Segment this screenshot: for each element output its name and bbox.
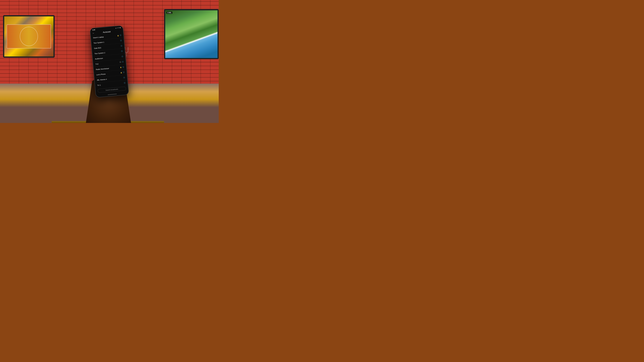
tv-right-screen: 2 AVL: [165, 10, 218, 58]
info-icon[interactable]: ⓘ: [122, 55, 123, 58]
info-icon[interactable]: ⓘ: [124, 82, 126, 84]
phone-screen: 6:20 ▲ ✦ ⬆ ▮ ← Auracast Dave's Laptop: [90, 26, 129, 97]
device-icons: 🔒 ⓘ: [120, 66, 124, 68]
device-icons: 🎧 ⓘ: [120, 61, 124, 63]
bluetooth-icon: ✦: [117, 27, 118, 29]
device-list: Dave's Laptop 🔒 ⓘ Tour System 1 ⓘ Gate B…: [91, 32, 128, 88]
device-icons: ⓘ: [121, 50, 123, 52]
info-icon[interactable]: ⓘ: [123, 71, 124, 74]
data-icon: ⬆: [118, 27, 120, 28]
device-icons: 🔒 ⓘ: [120, 71, 124, 74]
lock-icon: 🔒: [120, 72, 122, 73]
back-button[interactable]: ←: [92, 32, 95, 34]
info-icon[interactable]: ⓘ: [122, 66, 124, 68]
info-icon[interactable]: ⓘ: [123, 76, 125, 79]
device-name: Tour System 2: [94, 52, 105, 54]
wifi-icon: ▲: [115, 27, 117, 29]
device-name: Tour System 1: [94, 41, 104, 44]
phone-wrapper: 6:20 ▲ ✦ ⬆ ▮ ← Auracast Dave's Laptop: [90, 25, 129, 98]
tv-right: 2 AVL: [164, 9, 219, 59]
device-icons: ⓘ: [124, 82, 126, 84]
device-name: Lori's Phone: [96, 73, 106, 76]
basketball-court: [7, 24, 51, 48]
headphones-icon: 🎧: [120, 61, 121, 63]
device-icons: ⓘ: [123, 76, 125, 79]
device-icons: 🔒 ⓘ: [117, 34, 121, 37]
status-icons: ▲ ✦ ⬆ ▮: [115, 27, 121, 29]
device-icons: ⓘ: [120, 45, 122, 47]
home-bar: [108, 94, 117, 95]
status-time: 6:20: [92, 29, 95, 31]
info-icon[interactable]: ⓘ: [122, 61, 124, 63]
app-title: Auracast: [103, 30, 111, 33]
device-name: Auditorium: [95, 57, 103, 60]
lock-icon: 🔒: [117, 35, 119, 36]
battery-icon: ▮: [120, 27, 120, 28]
device-icons: ⓘ: [120, 39, 122, 42]
device-icons: ⓘ: [122, 55, 123, 58]
tv-left: [3, 15, 55, 58]
score-overlay: 2 AVL: [166, 11, 172, 14]
tv-left-screen: [4, 16, 54, 56]
device-name: Radio Sennheiser: [96, 67, 109, 70]
phone: 6:20 ▲ ✦ ⬆ ▮ ← Auracast Dave's Laptop: [90, 25, 129, 98]
info-icon[interactable]: ⓘ: [120, 39, 122, 42]
device-name: Dave's Laptop: [93, 36, 104, 39]
device-name: TV2: [96, 63, 98, 65]
info-icon[interactable]: ⓘ: [120, 45, 122, 47]
device-name: JBL Xtreme 4: [97, 78, 107, 81]
device-name: Gate B23: [94, 47, 101, 49]
info-icon[interactable]: ⓘ: [121, 50, 123, 52]
lock-icon: 🔒: [120, 66, 122, 68]
device-name: TV 1: [97, 84, 101, 86]
info-icon[interactable]: ⓘ: [120, 34, 121, 36]
